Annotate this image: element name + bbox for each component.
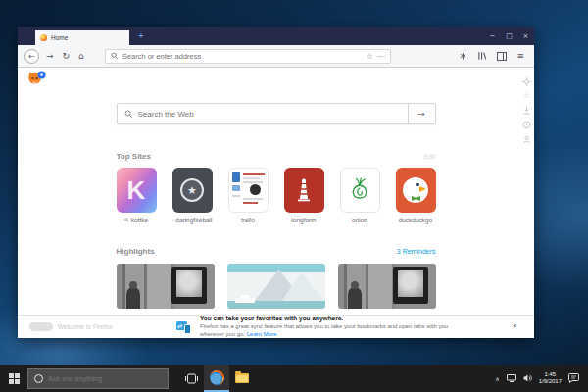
task-view-icon <box>185 373 198 384</box>
taskbar-clock[interactable]: 1:45 1/9/2017 <box>539 371 562 386</box>
topsite-kottke[interactable]: K kottke <box>117 168 157 223</box>
cortana-search-box[interactable] <box>27 368 169 389</box>
firefox-window: Home + − □ × ← → ↻ ⌂ ☆ ⋯ <box>18 27 534 338</box>
search-icon <box>111 52 119 60</box>
snippet-body: Firefox has a great sync feature that al… <box>200 323 448 337</box>
search-submit-button[interactable]: → <box>408 104 435 123</box>
web-search-bar[interactable]: → <box>117 103 436 124</box>
highlights-row <box>117 264 436 309</box>
windows-logo-icon <box>9 373 20 384</box>
topsite-trello[interactable]: trello <box>228 168 269 223</box>
forward-button[interactable]: → <box>46 51 54 61</box>
highlight-card[interactable] <box>338 264 436 309</box>
maximize-button[interactable]: □ <box>501 32 517 40</box>
site-label: kottke <box>131 217 148 223</box>
home-button[interactable]: ⌂ <box>78 51 84 61</box>
learn-more-link[interactable]: Learn More. <box>247 331 278 337</box>
site-label: trello <box>241 217 255 223</box>
task-view-button[interactable] <box>178 365 204 392</box>
top-sites-header: Top Sites Edit <box>117 152 436 161</box>
welcome-toast: Welcome to Firefox <box>29 322 113 331</box>
navigation-toolbar: ← → ↻ ⌂ ☆ ⋯ <box>18 45 534 68</box>
snippet-close-icon[interactable]: × <box>513 322 517 330</box>
pinned-site-icon <box>124 218 129 222</box>
page-actions-icon[interactable]: ⋯ <box>377 52 385 61</box>
daringfireball-tile-icon: ★ <box>172 168 213 213</box>
onion-tile-icon <box>340 168 380 213</box>
tab-title: Home <box>51 34 68 41</box>
longform-lighthouse-icon <box>284 168 324 213</box>
action-center-icon[interactable] <box>568 373 579 383</box>
window-controls: − □ × <box>484 27 534 45</box>
snippet-title: You can take your favorites with you any… <box>200 315 469 322</box>
system-tray: ∧ 1:45 1/9/2017 <box>495 371 588 386</box>
site-label: onion <box>352 217 368 223</box>
download-icon[interactable] <box>522 106 531 115</box>
close-button[interactable]: × <box>517 32 534 40</box>
highlights-header: Highlights 3 Reminders <box>117 247 436 256</box>
desktop: Home + − □ × ← → ↻ ⌂ ☆ ⋯ <box>0 0 588 392</box>
volume-icon[interactable] <box>523 374 532 382</box>
tab-home[interactable]: Home <box>35 30 129 45</box>
site-label: daringfireball <box>175 217 212 223</box>
url-bar[interactable]: ☆ ⋯ <box>105 49 391 64</box>
edit-topsites-link[interactable]: Edit <box>423 153 435 160</box>
history-clock-icon[interactable] <box>522 121 531 129</box>
onboarding-icon-rail: ☆ <box>522 77 531 144</box>
toolbar-buttons: ≡ <box>459 51 524 61</box>
file-explorer-icon <box>235 373 249 383</box>
kottke-tile-icon: K <box>117 168 157 213</box>
site-label: duckduckgo <box>399 217 433 223</box>
activity-stream: → Top Sites Edit K <box>117 103 436 309</box>
start-button[interactable] <box>0 373 27 384</box>
firefox-icon <box>210 370 224 385</box>
menu-icon[interactable]: ≡ <box>516 51 524 61</box>
firefox-favicon-icon <box>40 34 47 41</box>
settings-gear-icon[interactable] <box>522 77 531 86</box>
search-icon <box>124 110 133 119</box>
topsite-longform[interactable]: longform <box>284 168 324 223</box>
site-label: longform <box>291 217 316 223</box>
cortana-icon <box>34 374 43 383</box>
url-input[interactable] <box>122 52 363 61</box>
tab-bar: Home + − □ × <box>18 27 534 45</box>
sync-devices-icon: ⇄ <box>176 320 193 334</box>
welcome-label: Welcome to Firefox <box>58 323 113 330</box>
web-search-field[interactable] <box>118 104 408 123</box>
web-search-input[interactable] <box>138 110 401 119</box>
new-tab-button[interactable]: + <box>138 30 144 41</box>
clock-date: 1/9/2017 <box>539 378 562 386</box>
top-sites-grid: K kottke ★ <box>117 168 436 223</box>
library-icon[interactable] <box>477 51 487 61</box>
newtab-page: ☆ <box>18 68 534 338</box>
bookmark-star-icon[interactable]: ☆ <box>367 52 373 61</box>
highlight-card[interactable] <box>117 264 215 309</box>
file-explorer-button[interactable] <box>229 365 255 392</box>
clock-time: 1:45 <box>539 371 562 379</box>
account-icon[interactable] <box>522 135 531 144</box>
topsite-duckduckgo[interactable]: duckduckgo <box>396 168 436 223</box>
firefox-taskbar-button[interactable] <box>204 365 229 392</box>
highlight-card[interactable] <box>227 264 325 309</box>
welcome-pill <box>29 322 53 331</box>
back-button[interactable]: ← <box>24 49 39 64</box>
sync-snippet-bar: Welcome to Firefox ⇄ You can take your f… <box>18 315 534 338</box>
extension-icon[interactable] <box>459 51 467 61</box>
minimize-button[interactable]: − <box>484 32 501 40</box>
trello-tile-thumbnail <box>228 168 269 213</box>
windows-taskbar: ∧ 1:45 1/9/2017 <box>0 365 588 392</box>
reload-button[interactable]: ↻ <box>63 51 71 61</box>
firefox-onboarding-fox-icon[interactable] <box>27 71 47 86</box>
bookmark-star-icon[interactable]: ☆ <box>523 92 530 100</box>
network-icon[interactable] <box>507 374 516 382</box>
topsite-daringfireball[interactable]: ★ daringfireball <box>172 168 213 223</box>
highlights-title: Highlights <box>117 247 155 256</box>
taskbar-search-input[interactable] <box>48 374 162 383</box>
sidebar-icon[interactable] <box>497 52 507 61</box>
topsite-onion[interactable]: onion <box>340 168 380 223</box>
pinned-site-icon <box>172 218 174 222</box>
duckduckgo-duck-icon <box>396 168 436 213</box>
tray-expand-icon[interactable]: ∧ <box>495 375 499 382</box>
top-sites-title: Top Sites <box>117 152 151 161</box>
reminders-link[interactable]: 3 Reminders <box>397 248 436 255</box>
